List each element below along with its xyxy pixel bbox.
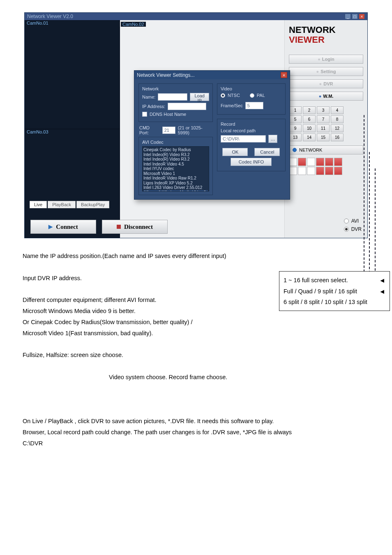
- callout-line: 1 ~ 16 full screen select.: [284, 275, 348, 286]
- name-label: Name:: [142, 94, 155, 99]
- cam-label: CamNo.03: [25, 129, 120, 134]
- screen-btn[interactable]: 12: [331, 124, 344, 132]
- avi-selected: Microsoft Windows Media Video 9: [143, 190, 208, 192]
- load-ip-button[interactable]: Load IP: [190, 93, 209, 101]
- cmd-label: CMD Port:: [139, 125, 160, 135]
- settings-dialog: Network Viewer Settings... × Network Nam…: [134, 70, 290, 200]
- logo: NETWORK VIEWER: [289, 25, 363, 45]
- disconnect-button[interactable]: Disconnect: [102, 220, 168, 234]
- cmd-port-input[interactable]: [162, 127, 175, 134]
- layout-btn[interactable]: [298, 167, 306, 175]
- screen-btn[interactable]: 6: [303, 115, 316, 123]
- stop-icon: [117, 225, 121, 229]
- maximize-icon[interactable]: □: [352, 14, 358, 19]
- wm-button[interactable]: ●W.M.: [289, 92, 363, 101]
- doc-text: On Live / PlayBack , click DVR to save a…: [23, 416, 369, 427]
- frame-label: Frame/Sec: [221, 103, 243, 108]
- setting-button[interactable]: ●Setting: [289, 67, 363, 76]
- group-title: AVI Codec: [142, 140, 209, 145]
- screen-btn[interactable]: 15: [317, 134, 330, 141]
- group-title: Network: [142, 86, 209, 91]
- screen-btn[interactable]: 8: [331, 115, 344, 123]
- cancel-button[interactable]: Cancel: [254, 148, 280, 156]
- app-window: Network Viewer V2.0 _ □ × CamNo.01 CamNo…: [24, 12, 368, 238]
- screen-btn[interactable]: 4: [331, 106, 344, 114]
- callout-line: 6 split / 8 split / 10 split / 13 split: [284, 297, 385, 307]
- ntsc-radio[interactable]: [221, 93, 225, 98]
- avi-radio[interactable]: [344, 219, 349, 223]
- record-group: Record Local record path … OK Cancel Cod…: [217, 119, 286, 171]
- tab-live[interactable]: Live: [30, 201, 47, 208]
- dialog-close-icon[interactable]: ×: [281, 72, 287, 78]
- frame-input[interactable]: [245, 102, 263, 109]
- dvr-button[interactable]: ●DVR: [289, 79, 363, 88]
- doc-text: Video system choose. Record frame choose…: [109, 372, 369, 383]
- screen-btn[interactable]: 11: [317, 124, 330, 132]
- mode-tabs: Live PlayBack BackupPlay: [30, 201, 110, 208]
- screen-select-grid: 1 2 3 4 5 6 7 8 9 10 11 12 13 14 15 16: [289, 106, 363, 141]
- layout-btn[interactable]: [325, 167, 333, 175]
- tab-backupplay[interactable]: BackupPlay: [76, 201, 109, 208]
- layout-btn[interactable]: [325, 158, 333, 166]
- browse-button[interactable]: …: [268, 135, 277, 143]
- screen-btn[interactable]: 10: [303, 124, 316, 132]
- layout-btn[interactable]: [307, 158, 315, 166]
- doc-text: Browser, Local record path could change.…: [23, 427, 369, 438]
- record-format: AVI DVR: [344, 218, 362, 232]
- logo-line1: NETWORK: [289, 25, 363, 35]
- arrow-left-icon: ◄: [379, 286, 385, 297]
- dialog-title: Network Viewer Settings...: [137, 72, 195, 78]
- screen-btn[interactable]: 3: [317, 106, 330, 114]
- avi-codec-list[interactable]: Cinepak Codec by Radius Intel Indeo(R) V…: [142, 146, 209, 191]
- ip-input[interactable]: [168, 103, 206, 110]
- doc-text: Or Cinepak Codec by Radius(Slow transmis…: [23, 317, 369, 328]
- screen-btn[interactable]: 2: [303, 106, 316, 114]
- screen-btn[interactable]: 13: [289, 134, 302, 141]
- codec-info-button[interactable]: Codec INFO: [231, 158, 272, 166]
- record-path-input[interactable]: [221, 135, 266, 143]
- network-group: Network Name: Load IP IP Address:: [138, 83, 213, 122]
- avi-label: AVI: [351, 218, 359, 224]
- title-text: Network Viewer V2.0: [27, 14, 73, 19]
- network-button[interactable]: NETWORK: [289, 145, 363, 154]
- ddns-checkbox[interactable]: [142, 112, 147, 117]
- dvr-radio[interactable]: [344, 227, 349, 232]
- cam-label: CamNo.02: [121, 22, 146, 27]
- name-input[interactable]: [158, 93, 187, 101]
- screen-btn[interactable]: 9: [289, 124, 302, 132]
- screen-btn[interactable]: 14: [303, 134, 316, 141]
- connect-button[interactable]: ▶ Connect: [30, 220, 96, 234]
- doc-text: Name the IP address position.(Each name …: [23, 251, 369, 262]
- dvr-label: DVR: [351, 226, 362, 232]
- logo-line2: VIEWER: [289, 35, 363, 45]
- close-icon[interactable]: ×: [359, 14, 365, 19]
- ok-button[interactable]: OK: [222, 148, 248, 156]
- layout-btn[interactable]: [298, 158, 306, 166]
- layout-grid: [289, 158, 363, 175]
- ip-label: IP Address:: [142, 104, 165, 109]
- cmd-hint: (21 or 1025-5999): [178, 125, 213, 135]
- screen-btn[interactable]: 7: [317, 115, 330, 123]
- avi-codec-group: AVI Codec Cinepak Codec by Radius Intel …: [138, 137, 213, 195]
- layout-btn[interactable]: [307, 167, 315, 175]
- doc-text: C:\DVR: [23, 438, 369, 449]
- layout-btn[interactable]: [289, 158, 297, 166]
- screen-btn[interactable]: 16: [331, 134, 344, 141]
- tab-playback[interactable]: PlayBack: [48, 201, 76, 208]
- minimize-icon[interactable]: _: [345, 14, 351, 19]
- doc-text: Microsoft Video 1(Fast transmission, bad…: [23, 328, 369, 339]
- pal-radio[interactable]: [250, 93, 254, 98]
- path-label: Local record path: [221, 128, 282, 133]
- layout-btn[interactable]: [334, 167, 342, 175]
- layout-btn[interactable]: [334, 158, 342, 166]
- screen-btn[interactable]: 1: [289, 106, 302, 114]
- screen-btn[interactable]: 5: [289, 115, 302, 123]
- ddns-label: DDNS Host Name: [150, 112, 186, 117]
- layout-btn[interactable]: [316, 158, 324, 166]
- login-button[interactable]: ●Login: [289, 55, 363, 64]
- layout-btn[interactable]: [289, 167, 297, 175]
- layout-btn[interactable]: [316, 167, 324, 175]
- pal-label: PAL: [257, 93, 265, 98]
- play-icon: ▶: [48, 223, 53, 230]
- globe-icon: [293, 148, 297, 152]
